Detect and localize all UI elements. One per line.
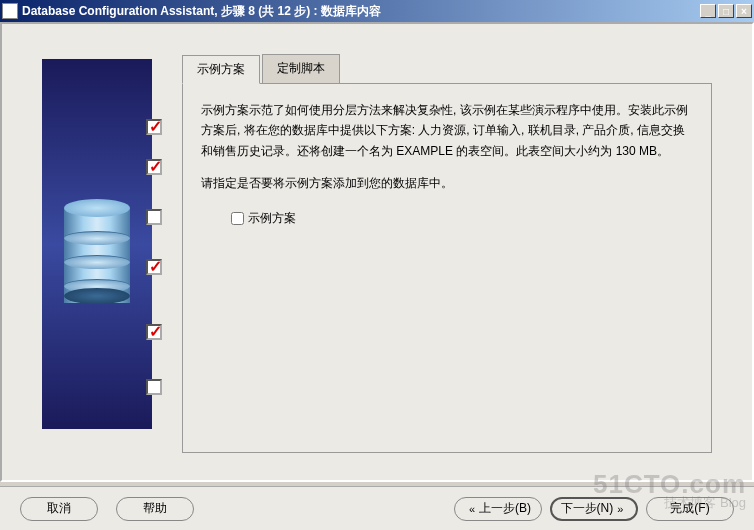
tab-sample-schema[interactable]: 示例方案 [182,55,260,84]
step-indicator-4 [146,259,162,275]
tab-custom-script[interactable]: 定制脚本 [262,54,340,83]
help-button[interactable]: 帮助 [116,497,194,521]
main-panel: 示例方案 定制脚本 示例方案示范了如何使用分层方法来解决复杂性, 该示例在某些演… [182,54,712,464]
window-title: Database Configuration Assistant, 步骤 8 (… [22,3,700,20]
description-paragraph-1: 示例方案示范了如何使用分层方法来解决复杂性, 该示例在某些演示程序中使用。安装此… [201,100,693,161]
titlebar: Database Configuration Assistant, 步骤 8 (… [0,0,754,22]
chevron-right-icon: » [617,503,623,515]
button-bar: 取消 帮助 « 上一步(B) 下一步(N) » 完成(F) [0,486,754,530]
tab-bar: 示例方案 定制脚本 [182,54,712,83]
app-icon [2,3,18,19]
next-button-label: 下一步(N) [561,500,614,517]
step-indicator-3 [146,209,162,225]
description-paragraph-2: 请指定是否要将示例方案添加到您的数据库中。 [201,173,693,193]
back-button[interactable]: « 上一步(B) [454,497,542,521]
cancel-button[interactable]: 取消 [20,497,98,521]
sample-schema-checkbox[interactable] [231,212,244,225]
maximize-button[interactable]: □ [718,4,734,18]
close-button[interactable]: × [736,4,752,18]
finish-button[interactable]: 完成(F) [646,497,734,521]
wizard-sidebar [42,59,152,429]
sample-schema-label: 示例方案 [248,210,296,227]
next-button[interactable]: 下一步(N) » [550,497,638,521]
chevron-left-icon: « [469,503,475,515]
tab-content: 示例方案示范了如何使用分层方法来解决复杂性, 该示例在某些演示程序中使用。安装此… [182,83,712,453]
step-indicator-2 [146,159,162,175]
content-area: 示例方案 定制脚本 示例方案示范了如何使用分层方法来解决复杂性, 该示例在某些演… [0,22,754,482]
step-indicator-1 [146,119,162,135]
minimize-button[interactable]: _ [700,4,716,18]
back-button-label: 上一步(B) [479,500,531,517]
step-indicator-6 [146,379,162,395]
step-indicator-5 [146,324,162,340]
database-icon [64,199,130,304]
